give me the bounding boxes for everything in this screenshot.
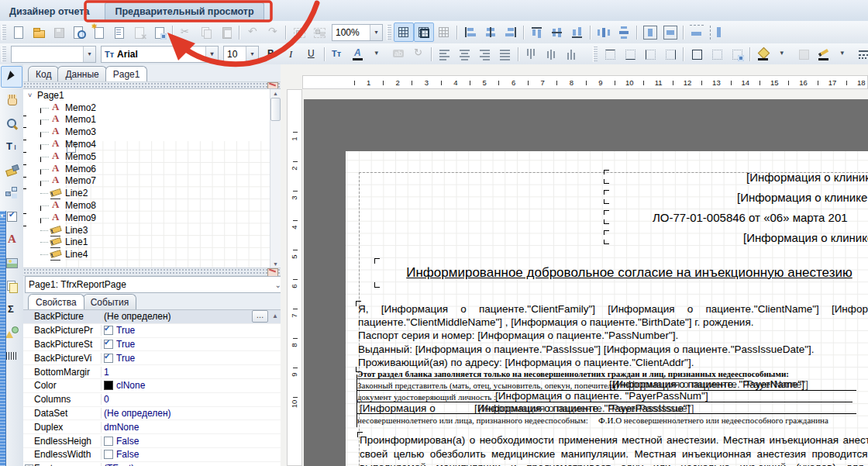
toolbar-button[interactable] [590,26,591,40]
toolbar-button[interactable] [834,44,854,64]
panel-splitter[interactable] [23,268,281,276]
collapse-icon[interactable]: ˅ [28,91,37,99]
tree-item[interactable]: Line1 [23,236,281,249]
toolbar-button[interactable] [172,26,174,40]
panel-tab[interactable]: Page1 [105,66,148,81]
toolbar-button[interactable] [243,22,263,42]
toolbar-button[interactable] [29,22,49,42]
collapsed-panel-splitter[interactable] [0,211,6,466]
property-row[interactable]: BottomMargir 1 … [23,365,281,379]
tree-item[interactable]: Memo2 [23,102,281,114]
checkbox-icon[interactable] [104,450,113,459]
tree-item[interactable]: Memo8 [23,199,281,212]
memo-clinic-address[interactable]: [Информация о клинике."Adre [737,191,868,204]
memo-patient-info[interactable]: Я, [Информация о пациенте."ClientFamily"… [358,303,868,370]
toolbar-button[interactable] [620,44,640,64]
memo-clinic-name[interactable]: [Информация о клинике."Clin [746,171,868,184]
tree-item[interactable]: Memo7 [23,175,281,188]
property-value[interactable]: (Не определен) [104,311,171,322]
property-row[interactable]: DataSet (Не определен) … [23,407,281,421]
property-row[interactable]: BackPicturePr True … [23,324,281,338]
toolbar-button[interactable] [150,22,170,42]
tree-scrollbar[interactable]: ▲ ▼ [270,89,281,268]
toolbar-button[interactable] [281,44,301,64]
toolbar-button[interactable] [328,44,348,64]
toolbar-button[interactable] [854,44,868,64]
tool-button[interactable] [1,136,22,157]
toolbar-button[interactable] [683,26,684,40]
tree-item[interactable]: Line3 [23,224,281,236]
toolbar-button[interactable] [523,26,525,40]
tool-button[interactable] [1,112,22,134]
toolbar-button[interactable] [562,44,582,64]
toolbar-button[interactable] [660,44,680,64]
toolbar-button[interactable] [501,22,521,42]
chevron-down-icon[interactable]: ▾ [205,47,218,62]
toolbar-button[interactable] [749,47,751,61]
chevron-down-icon[interactable]: ▾ [83,47,95,62]
property-row[interactable]: Columns 0 … [23,393,281,407]
scroll-up-icon[interactable]: ▲ [273,89,278,98]
property-value[interactable]: dmNone [104,422,139,433]
property-row[interactable]: BackPictureVi True … [23,351,281,365]
toolbar-button[interactable] [814,44,834,64]
toolbar-button[interactable] [263,22,283,42]
toolbar-grip[interactable] [593,47,598,62]
toolbar-button[interactable] [707,22,727,42]
toolbar-button[interactable] [567,22,587,42]
toolbar-button[interactable] [456,26,458,40]
toolbar-button[interactable] [9,22,29,42]
memo-title[interactable]: Информированное добровольное согласие на… [377,261,868,285]
tab-events[interactable]: События [83,294,137,309]
toolbar-button[interactable] [495,44,515,64]
property-value[interactable]: True [116,339,135,350]
property-row[interactable]: BackPicture (Не определен) … [23,310,281,324]
property-row[interactable]: Color clNone … [23,379,281,393]
style-select[interactable]: ▾ [11,46,96,63]
toolbar-button[interactable] [636,26,638,40]
toolbar-button[interactable] [388,44,408,64]
toolbar-button[interactable] [522,44,542,64]
property-value[interactable]: False [116,436,139,447]
toolbar-button[interactable] [414,22,434,42]
checkbox-icon[interactable] [104,354,113,363]
memo-payer-passnum[interactable]: [Информация о пациенте. "PayerPassNum"] [495,390,708,402]
zoom-select[interactable]: 100% ▾ [332,24,383,41]
toolbar-button[interactable] [455,44,475,64]
toolbar-button[interactable] [408,44,429,64]
toolbar-button[interactable] [594,22,614,42]
toolbar-button[interactable] [69,22,89,42]
tool-button[interactable] [1,66,22,88]
memo-consent-text[interactable]: Проинформирован(а) о необходимости приме… [360,434,868,466]
toolbar-button[interactable] [49,22,69,42]
property-value[interactable]: True [116,353,135,364]
toolbar-button[interactable] [640,22,660,42]
tree-item[interactable]: Memo3 [23,126,281,138]
toolbar-grip[interactable] [2,47,6,62]
toolbar-button[interactable] [547,22,567,42]
font-select[interactable]: Arial ▾ [101,46,219,63]
toolbar-button[interactable] [368,44,388,64]
tab-preview[interactable]: Предварительный просмотр [105,2,264,21]
ellipsis-button[interactable]: … [252,310,268,323]
toolbar-button[interactable] [660,22,680,42]
scroll-up-icon[interactable]: ▲ [272,312,278,319]
toolbar-button[interactable] [261,44,281,64]
toolbar-button[interactable] [285,26,287,40]
property-value[interactable]: True [116,325,135,336]
toolbar-button[interactable] [239,26,240,40]
tree-item-page[interactable]: ˅ Page1 [23,89,281,102]
checkbox-icon[interactable] [104,437,113,446]
toolbar-button[interactable] [89,22,109,42]
toolbar-button[interactable] [324,47,326,61]
tree-item[interactable]: Memo6 [23,163,281,175]
toolbar-button[interactable] [794,44,814,64]
toolbar-button[interactable] [640,44,660,64]
toolbar-button[interactable] [129,22,150,42]
property-value[interactable]: (TFont) [104,463,134,466]
toolbar-button[interactable] [683,47,684,61]
memo-info-fragment[interactable]: [Информация о [360,402,436,414]
panel-tab[interactable]: Код [28,66,59,81]
property-row[interactable]: EndlessWidth False … [23,448,281,462]
property-value[interactable]: 1 [104,367,109,378]
